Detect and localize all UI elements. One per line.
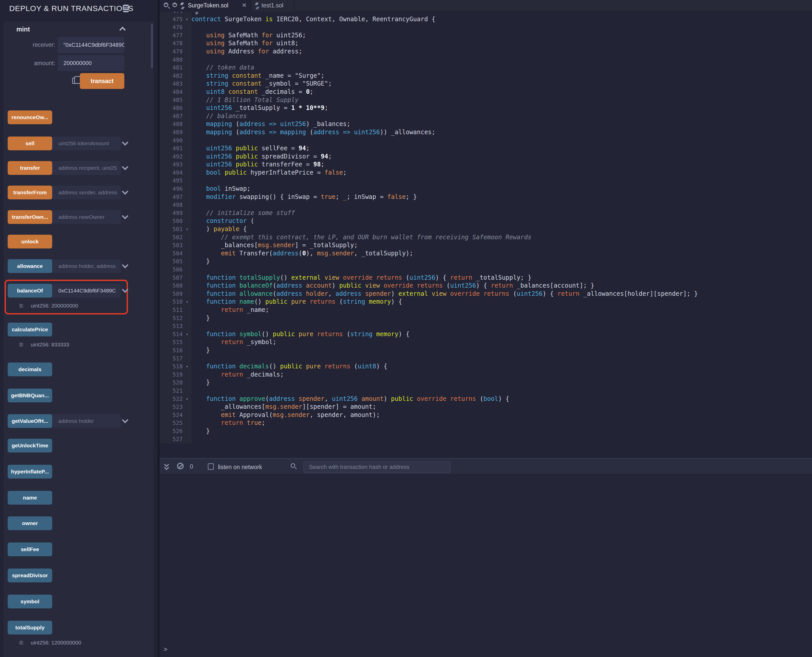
fold-spacer [183,112,191,120]
chevron-down-icon[interactable] [122,139,128,145]
line-number: 512 [160,314,183,322]
function-transferfrom-input[interactable]: address sender, address [52,185,121,199]
line-number: 525 [160,419,183,427]
code-line-523: 523 _allowances[msg.sender][spender] = a… [160,403,812,411]
chevron-down-icon[interactable] [122,213,128,219]
line-number: 509 [160,290,183,298]
code-line-519: 519 return _decimals; [160,371,812,379]
code-line-496: 496 bool inSwap; [160,185,812,193]
code-text: bool public hyperInflatePrice = false; [191,169,347,177]
zoom-in-icon[interactable]: + [172,3,177,7]
receiver-input[interactable]: "0xC1144C9dbf6F3489CI [58,37,124,53]
function-sell-input[interactable]: uint256 tokenAmount [52,137,121,150]
line-number: 474 [160,12,183,16]
tab-surgetoken-sol[interactable]: SurgeToken.sol ✕ [177,0,251,12]
function-renounceow-button[interactable]: renounceOw... [8,111,52,124]
code-text: } [191,257,210,266]
function-balanceof-button[interactable]: balanceOf [8,284,52,297]
fold-spacer [183,346,191,355]
fold-arrow-icon[interactable]: ▾ [183,363,191,371]
function-hyperinflatep-button[interactable]: hyperInflateP... [8,465,52,479]
fold-spacer [183,169,191,177]
code-text: ) payable { [191,225,247,234]
fold-arrow-icon[interactable]: ▾ [183,298,191,306]
code-line-501: 501▾ ) payable { [160,225,812,234]
terminal-output[interactable]: > [160,475,812,657]
function-balanceof-input[interactable]: 0xC1144C9dbf6F3489C [52,284,121,297]
function-sell-button[interactable]: sell [8,137,52,150]
code-line-510: 510▾ function name() public pure returns… [160,298,812,306]
fold-spacer [183,160,191,169]
function-transfer-input[interactable]: address recipient, uint25 [52,161,121,175]
tab-test1-sol[interactable]: test1.sol [251,0,294,12]
sidebar-scrollbar[interactable] [151,23,153,69]
copy-icon[interactable] [72,78,77,84]
terminal-search-input[interactable] [303,461,451,473]
line-number: 508 [160,282,183,290]
fold-arrow-icon[interactable]: ▾ [183,330,191,338]
function-name-button[interactable]: name [8,491,52,504]
line-number: 490 [160,137,183,145]
function-transferfrom-button[interactable]: transferFrom [8,185,52,199]
fold-arrow-icon[interactable]: ▾ [183,395,191,403]
function-allowance-button[interactable]: allowance [8,259,52,273]
code-text: uint256 public sellFee = 94; [191,145,309,153]
function-decimals-button[interactable]: decimals [8,363,52,376]
line-number: 519 [160,371,183,379]
chevron-up-icon[interactable] [119,26,126,33]
function-totalsupply-button[interactable]: totalSupply [8,621,52,635]
function-geunlocktime-button[interactable]: geUnlockTime [8,439,52,453]
line-number: 483 [160,80,183,88]
function-getvalueofh-button[interactable]: getValueOfH... [8,414,52,428]
amount-input[interactable]: 200000000 [58,55,124,71]
function-getbnbquan-button[interactable]: getBNBQuan... [8,389,52,402]
function-transferown-input[interactable]: address newOwner [52,210,121,224]
function-calculateprice-button[interactable]: calculatePrice [8,322,52,336]
code-text: mapping (address => mapping (address => … [191,128,436,137]
function-sellfee-button[interactable]: sellFee [8,542,52,556]
close-icon[interactable]: ✕ [242,2,247,9]
fold-spacer [183,88,191,96]
code-text: uint256 public spreadDivisor = 94; [191,153,332,161]
fold-arrow-icon[interactable]: ▾ [183,16,191,23]
function-spreaddivisor-button[interactable]: spreadDivisor [8,568,52,582]
mint-function-header[interactable]: mint [16,26,30,33]
terminal-collapse-icon[interactable] [165,463,170,470]
documentation-icon[interactable] [123,5,129,12]
search-icon [290,463,295,468]
chevron-down-icon[interactable] [122,417,128,423]
code-line-517: 517 [160,355,812,363]
clear-console-icon[interactable] [177,463,184,469]
code-line-494: 494 bool public hyperInflatePrice = fals… [160,169,812,177]
chevron-down-icon[interactable] [122,188,128,195]
line-number: 511 [160,306,183,314]
zoom-out-icon[interactable]: – [164,3,168,7]
fold-spacer [183,64,191,72]
line-number: 518 [160,363,183,371]
function-getvalueofh-input[interactable]: address holder [52,414,121,428]
fold-spacer [183,23,191,31]
line-number: 494 [160,169,183,177]
function-symbol-button[interactable]: symbol [8,595,52,609]
fold-spacer [183,338,191,346]
line-number: 478 [160,39,183,48]
fold-arrow-icon[interactable]: ▾ [183,225,191,234]
code-line-521: 521 [160,387,812,395]
fold-spacer [183,39,191,48]
listen-on-network-checkbox[interactable] [208,463,214,470]
line-number: 479 [160,48,183,56]
transact-button[interactable]: transact [80,73,124,89]
code-text: function allowance(address holder, addre… [191,290,698,298]
function-transferown-button[interactable]: transferOwn... [8,210,52,224]
function-owner-button[interactable]: owner [8,516,52,530]
chevron-down-icon[interactable] [122,262,128,268]
line-number: 501 [160,225,183,234]
function-transfer-button[interactable]: transfer [8,161,52,175]
code-line-514: 514▾ function symbol() public pure retur… [160,330,812,338]
chevron-down-icon[interactable] [122,163,128,170]
function-allowance-input[interactable]: address holder, address [52,259,121,273]
fold-spacer [183,120,191,128]
function-unlock-button[interactable]: unlock [8,235,52,249]
code-editor[interactable]: 474 }475▾contract SurgeToken is IERC20, … [160,12,812,458]
line-number: 493 [160,160,183,169]
